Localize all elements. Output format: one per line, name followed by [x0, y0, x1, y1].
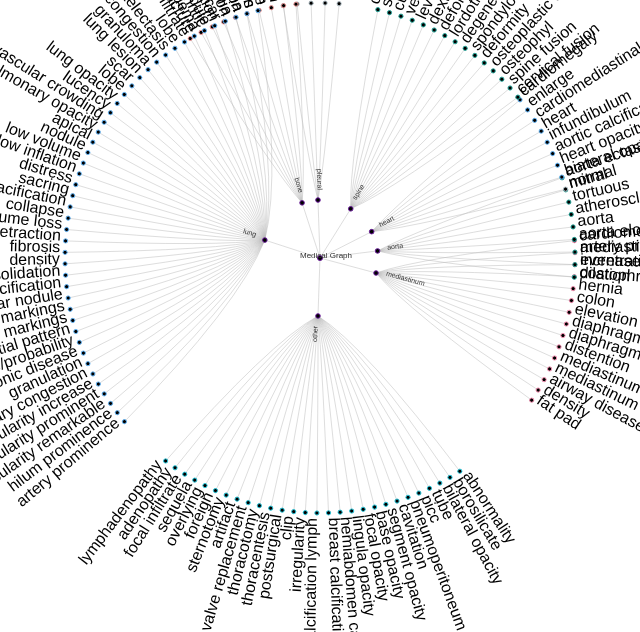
leaf-node	[453, 40, 457, 44]
leaf-node	[573, 250, 577, 254]
link	[318, 316, 408, 497]
leaf-node	[555, 163, 559, 167]
link	[351, 30, 434, 209]
link	[271, 8, 302, 203]
leaf-node	[81, 161, 85, 165]
leaf-node	[410, 18, 414, 22]
leaf-node	[500, 77, 504, 81]
link	[378, 251, 575, 277]
link	[376, 273, 538, 390]
leaf-node	[573, 263, 577, 267]
leaf-node	[77, 340, 81, 344]
branch-label: aorta	[387, 242, 404, 251]
link	[318, 200, 320, 258]
leaf-node	[86, 150, 90, 154]
leaf-node	[533, 118, 537, 122]
branch-node-spine	[348, 207, 353, 212]
leaf-node	[188, 36, 192, 40]
leaf-node	[86, 362, 90, 366]
leaf-node	[74, 183, 78, 187]
leaf-node	[294, 2, 298, 6]
link	[378, 251, 575, 253]
link	[215, 316, 317, 491]
leaf-node	[350, 509, 354, 513]
leaf-node	[417, 491, 421, 495]
leaf-node	[96, 130, 100, 134]
leaf-node	[376, 8, 380, 12]
link	[376, 273, 563, 336]
leaf-node	[323, 1, 327, 5]
link	[318, 316, 460, 471]
leaf-node	[64, 227, 68, 231]
leaf-node	[102, 392, 106, 396]
leaf-node	[508, 86, 512, 90]
link	[271, 316, 318, 508]
link	[320, 258, 376, 273]
leaf-node	[235, 497, 239, 501]
leaf-node	[384, 502, 388, 506]
leaf-node	[569, 212, 573, 216]
link	[372, 110, 528, 232]
branch-label: heart	[378, 215, 395, 229]
leaf-node	[458, 469, 462, 473]
branch-node-lung	[263, 238, 268, 243]
leaf-node	[545, 140, 549, 144]
leaf-node	[66, 296, 70, 300]
leaf-node	[536, 388, 540, 392]
leaf-node	[292, 510, 296, 514]
leaf-node	[63, 262, 67, 266]
link	[376, 253, 575, 273]
leaf-node	[63, 239, 67, 243]
leaf-node	[224, 493, 228, 497]
leaf-node	[438, 481, 442, 485]
leaf-label: breast calcification	[326, 517, 347, 632]
link	[66, 240, 265, 275]
leaf-node	[173, 466, 177, 470]
leaf-node	[74, 329, 78, 333]
link	[351, 13, 390, 209]
leaf-node	[213, 488, 217, 492]
leaf-node	[572, 237, 576, 241]
leaf-node	[542, 378, 546, 382]
leaf-node	[246, 501, 250, 505]
leaf-node	[77, 172, 81, 176]
link	[302, 203, 320, 258]
leaf-node	[432, 28, 436, 32]
leaf-node	[309, 1, 313, 5]
link	[378, 214, 572, 250]
link	[79, 174, 265, 240]
leaf-node	[567, 310, 571, 314]
leaf-node	[326, 511, 330, 515]
link	[185, 316, 318, 474]
leaf-node	[164, 459, 168, 463]
leaf-node	[155, 60, 159, 64]
link	[124, 240, 264, 422]
link	[372, 120, 535, 231]
leaf-node	[223, 19, 227, 23]
root-label: Medical Graph	[300, 251, 352, 260]
branch-label: spine	[351, 183, 367, 202]
link	[351, 97, 518, 209]
branch-node-bone	[300, 201, 305, 206]
leaf-node	[539, 129, 543, 133]
leaf-node	[96, 382, 100, 386]
branch-node-heart	[369, 229, 374, 234]
leaf-node	[338, 510, 342, 514]
leaf-node	[91, 140, 95, 144]
link	[98, 240, 265, 384]
leaf-node	[71, 194, 75, 198]
leaf-node	[65, 285, 69, 289]
leaf-node	[421, 23, 425, 27]
leaf-node	[547, 367, 551, 371]
leaf-node	[269, 506, 273, 510]
leaf-node	[257, 504, 261, 508]
link	[318, 316, 352, 511]
leaf-node	[91, 372, 95, 376]
leaf-node	[66, 216, 70, 220]
leaf-node	[560, 175, 564, 179]
leaf-node	[399, 14, 403, 18]
leaf-node	[448, 475, 452, 479]
leaf-node	[387, 11, 391, 15]
leaf-node	[213, 24, 217, 28]
branch-node-pleural	[316, 198, 321, 203]
